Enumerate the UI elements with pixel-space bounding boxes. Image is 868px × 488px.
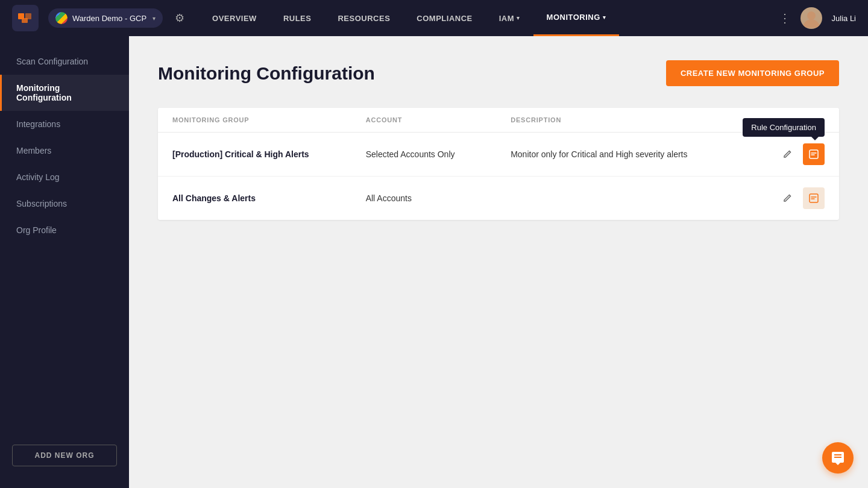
monitoring-chevron-icon: ▾ [603,14,606,20]
sidebar-item-scan-configuration[interactable]: Scan Configuration [0,48,129,75]
nav-compliance[interactable]: COMPLIANCE [403,0,485,36]
nav-overview[interactable]: OVERVIEW [199,0,270,36]
monitoring-groups-table: MONITORING GROUP ACCOUNT DESCRIPTION [Pr… [158,108,839,220]
monitoring-group-name-2: All Changes & Alerts [172,193,366,203]
gcp-icon [55,12,68,24]
col-header-account: ACCOUNT [366,116,511,124]
main-layout: Scan Configuration MonitoringConfigurati… [0,36,868,488]
org-selector[interactable]: Warden Demo - GCP ▾ [48,8,163,28]
sidebar-item-members[interactable]: Members [0,137,129,164]
svg-rect-2 [22,18,28,23]
edit-button-1[interactable] [776,143,798,165]
col-header-monitoring-group: MONITORING GROUP [172,116,366,124]
table-row: All Changes & Alerts All Accounts [158,177,839,220]
nav-links: OVERVIEW RULES RESOURCES COMPLIANCE IAM … [199,0,778,36]
org-name: Warden Demo - GCP [72,14,146,23]
nav-rules[interactable]: RULES [270,0,325,36]
chat-support-button[interactable] [822,442,854,474]
monitoring-group-name-1: [Production] Critical & High Alerts [172,149,366,159]
rule-config-button-2[interactable] [803,187,825,209]
sidebar-item-integrations[interactable]: Integrations [0,111,129,137]
col-header-description: DESCRIPTION [511,116,752,124]
table-header: MONITORING GROUP ACCOUNT DESCRIPTION [158,108,839,133]
col-header-actions [752,116,825,124]
main-content: Monitoring Configuration CREATE NEW MONI… [129,36,868,488]
account-1: Selected Accounts Only [366,149,511,159]
rule-config-icon-1 [808,149,819,160]
svg-point-3 [807,11,816,20]
row-actions-2 [752,187,825,209]
row-actions-1: Rule Configuration [752,143,825,165]
edit-button-2[interactable] [776,187,798,209]
description-1: Monitor only for Critical and High sever… [511,149,752,159]
edit-icon-1 [782,149,792,159]
table-row: [Production] Critical & High Alerts Sele… [158,133,839,177]
rule-config-button-1[interactable] [803,143,825,165]
top-navigation: Warden Demo - GCP ▾ ⚙ OVERVIEW RULES RES… [0,0,868,36]
iam-chevron-icon: ▾ [517,15,520,21]
add-new-org-button[interactable]: ADD NEW ORG [12,445,117,466]
nav-resources[interactable]: RESOURCES [324,0,403,36]
topnav-right: ⋮ Julia Li [779,7,856,29]
rule-config-icon-2 [808,193,819,204]
username: Julia Li [832,14,856,23]
settings-icon[interactable]: ⚙ [175,11,184,25]
sidebar-item-org-profile[interactable]: Org Profile [0,217,129,243]
nav-iam[interactable]: IAM ▾ [486,0,533,36]
avatar[interactable] [800,7,822,29]
sidebar-item-activity-log[interactable]: Activity Log [0,164,129,190]
page-header: Monitoring Configuration CREATE NEW MONI… [158,60,839,86]
create-monitoring-group-button[interactable]: CREATE NEW MONITORING GROUP [666,60,839,86]
sidebar-item-subscriptions[interactable]: Subscriptions [0,190,129,217]
app-logo[interactable] [12,5,39,31]
account-2: All Accounts [366,193,511,203]
nav-monitoring[interactable]: MONITORING ▾ [533,0,620,36]
org-chevron-icon: ▾ [153,15,156,22]
chat-icon [831,451,845,465]
edit-icon-2 [782,193,792,203]
sidebar: Scan Configuration MonitoringConfigurati… [0,36,129,488]
page-title: Monitoring Configuration [158,63,375,84]
svg-rect-5 [810,194,818,202]
svg-rect-4 [810,150,818,158]
sidebar-item-monitoring-configuration[interactable]: MonitoringConfiguration [0,75,129,111]
more-options-icon[interactable]: ⋮ [779,11,791,25]
